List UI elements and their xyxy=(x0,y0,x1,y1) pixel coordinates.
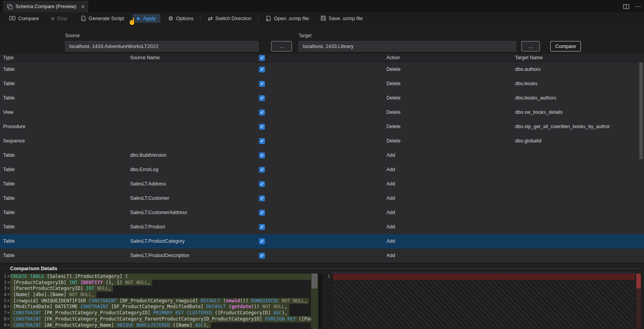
target-input[interactable] xyxy=(299,41,516,51)
row-include-checkbox[interactable]: ✓ xyxy=(259,195,265,201)
toolbar-separator xyxy=(200,15,201,21)
row-include-checkbox[interactable]: ✓ xyxy=(259,67,265,72)
diff-source-pane[interactable]: 1+CREATE TABLE [SalesLT].[ProductCategor… xyxy=(0,274,318,329)
table-row[interactable]: Tabledbo.BuildVersionAdd✓ xyxy=(0,148,644,163)
table-row[interactable]: TableSalesLT.ProductCategoryAdd✓ xyxy=(0,234,644,248)
source-browse-button[interactable]: ... xyxy=(271,41,292,51)
column-header-source-name[interactable]: Source Name xyxy=(130,55,160,60)
row-include-checkbox[interactable]: ✓ xyxy=(259,224,265,230)
row-include-checkbox[interactable]: ✓ xyxy=(259,238,265,244)
row-action: Add xyxy=(386,148,395,163)
tab-title: Schema Compare (Preview) xyxy=(15,4,76,9)
row-include-checkbox[interactable]: ✓ xyxy=(259,95,265,101)
row-action: Delete xyxy=(386,62,400,77)
grid-scrollbar[interactable] xyxy=(639,62,643,262)
table-row[interactable]: TableDeletedbo.books✓ xyxy=(0,77,644,91)
code-text: CONSTRAINT [AK_ProductCategory_Name] UNI… xyxy=(10,322,211,329)
table-row[interactable]: TableSalesLT.ProductAdd✓ xyxy=(0,220,644,234)
apply-button[interactable]: ▶ Apply xyxy=(132,14,160,23)
row-action: Add xyxy=(386,191,395,206)
table-row[interactable]: ViewDeletedbo.vw_books_details✓ xyxy=(0,105,644,120)
schema-compare-toolbar: Compare ■ Stop Generate Script ▶ Apply ⚙… xyxy=(0,12,644,24)
grid-scrollbar-thumb[interactable] xyxy=(639,62,643,159)
options-button[interactable]: ⚙ Options xyxy=(165,14,196,22)
row-action: Delete xyxy=(386,134,400,148)
line-number: 6 xyxy=(0,304,7,310)
row-source-name: SalesLT.ProductDescription xyxy=(130,248,189,263)
source-input[interactable] xyxy=(65,41,259,51)
row-include-checkbox[interactable]: ✓ xyxy=(259,181,265,187)
save-scmp-icon xyxy=(321,15,326,21)
code-line: 4+ [Name] [dbo].[Name] NOT NULL, xyxy=(0,292,311,298)
comparison-details-title: Comparison Details xyxy=(10,266,57,271)
tab-close-icon[interactable]: × xyxy=(81,3,84,10)
diff-add-sign: + xyxy=(7,274,10,280)
row-action: Add xyxy=(386,220,395,234)
more-actions-icon[interactable]: ⋯ xyxy=(635,3,641,10)
table-row[interactable]: TableSalesLT.ProductDescriptionAdd✓ xyxy=(0,248,644,263)
row-target-name: dbo.stp_get_all_cowritten_books_by_autho… xyxy=(515,120,610,134)
target-browse-button[interactable]: ... xyxy=(521,41,540,51)
table-row[interactable]: TableSalesLT.CustomerAdd✓ xyxy=(0,191,644,206)
target-diff-top-dots xyxy=(332,272,635,273)
row-action: Add xyxy=(386,206,395,220)
target-overview-ruler[interactable] xyxy=(636,274,641,329)
table-row[interactable]: SequenceDeletedbo.globalId✓ xyxy=(0,134,644,148)
open-scmp-icon xyxy=(266,15,271,21)
switch-direction-button[interactable]: ⇄ Switch Direction xyxy=(204,14,254,22)
diff-add-sign: + xyxy=(7,322,10,329)
diff-target-pane[interactable]: 1 xyxy=(322,274,644,329)
row-action: Delete xyxy=(386,91,400,105)
row-target-name: dbo.globalId xyxy=(515,134,541,148)
table-row[interactable]: TableDeletedbo.books_authors✓ xyxy=(0,91,644,105)
select-all-checkbox[interactable]: ✓ xyxy=(259,55,265,61)
save-scmp-button[interactable]: Save .scmp file xyxy=(318,14,366,22)
table-row[interactable]: TableDeletedbo.authors✓ xyxy=(0,62,644,77)
open-scmp-button[interactable]: Open .scmp file xyxy=(263,14,312,22)
compare-button[interactable]: Compare xyxy=(6,14,42,22)
diff-add-sign: + xyxy=(7,286,10,292)
code-text: [ParentProductCategoryID] INT NULL, xyxy=(10,286,113,292)
row-include-checkbox[interactable]: ✓ xyxy=(259,210,265,216)
code-text: [ModifiedDate] DATETIME CONSTRAINT [DF_P… xyxy=(10,304,289,310)
row-include-checkbox[interactable]: ✓ xyxy=(259,124,265,130)
row-include-checkbox[interactable]: ✓ xyxy=(259,253,265,259)
column-header-type[interactable]: Type xyxy=(3,55,14,60)
column-header-target-name[interactable]: Target Name xyxy=(515,55,543,60)
title-bar: Schema Compare (Preview) × ⋯ xyxy=(0,0,644,12)
source-scrollbar-thumb[interactable] xyxy=(312,274,317,288)
row-source-name: dbo.ErrorLog xyxy=(130,163,158,177)
row-include-checkbox[interactable]: ✓ xyxy=(259,153,265,158)
row-type: Procedure xyxy=(3,120,26,134)
line-number: 9 xyxy=(0,322,7,329)
stop-button[interactable]: ■ Stop xyxy=(48,14,70,22)
row-include-checkbox[interactable]: ✓ xyxy=(259,110,265,115)
row-target-name: dbo.vw_books_details xyxy=(515,105,563,120)
row-include-checkbox[interactable]: ✓ xyxy=(259,138,265,144)
row-include-checkbox[interactable]: ✓ xyxy=(259,81,265,87)
tab-schema-compare[interactable]: Schema Compare (Preview) × xyxy=(3,1,88,12)
code-line: 1+CREATE TABLE [SalesLT].[ProductCategor… xyxy=(0,274,311,280)
line-number: 1 xyxy=(0,274,7,280)
split-editor-icon[interactable] xyxy=(623,4,629,9)
grid-header: Type Source Name ✓ Action Target Name xyxy=(0,54,644,62)
row-include-checkbox[interactable]: ✓ xyxy=(259,167,265,173)
target-scrollbar-thumb[interactable] xyxy=(636,274,641,288)
diff-editor: 1+CREATE TABLE [SalesLT].[ProductCategor… xyxy=(0,274,644,329)
source-overview-ruler[interactable] xyxy=(311,274,318,329)
code-text: [ProductCategoryID] INT IDENTITY (1, 1) … xyxy=(10,280,152,286)
table-row[interactable]: TableSalesLT.AddressAdd✓ xyxy=(0,177,644,191)
diff-add-sign: + xyxy=(7,292,10,298)
table-row[interactable]: ProcedureDeletedbo.stp_get_all_cowritten… xyxy=(0,120,644,134)
row-source-name: SalesLT.Address xyxy=(130,177,166,191)
row-action: Add xyxy=(386,248,395,263)
column-header-action[interactable]: Action xyxy=(386,55,400,60)
table-row[interactable]: Tabledbo.ErrorLogAdd✓ xyxy=(0,163,644,177)
table-row[interactable]: TableSalesLT.CustomerAddressAdd✓ xyxy=(0,206,644,220)
code-line: 2+ [ProductCategoryID] INT IDENTITY (1, … xyxy=(0,280,311,286)
row-action: Add xyxy=(386,163,395,177)
diff-pane-divider[interactable] xyxy=(318,274,322,329)
compare-action-button[interactable]: Compare xyxy=(550,41,581,51)
row-type: Table xyxy=(3,177,15,191)
generate-script-button[interactable]: Generate Script xyxy=(77,14,127,22)
